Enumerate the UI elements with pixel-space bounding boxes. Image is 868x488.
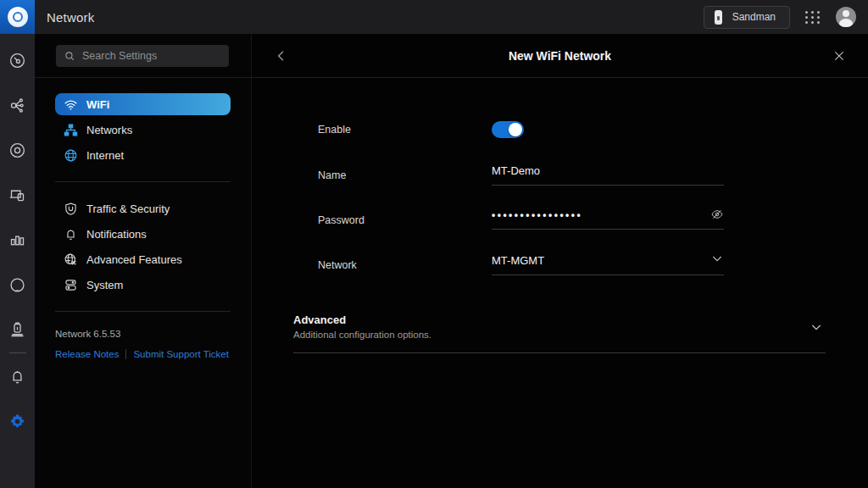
sidebar-item-label: Traffic & Security [86,202,170,215]
release-notes-link[interactable]: Release Notes [55,349,119,359]
topology-icon[interactable] [0,88,35,123]
name-row: Name MT-Demo [318,164,868,186]
networks-icon [64,123,78,137]
sidebar-item-label: Internet [86,149,124,162]
network-select[interactable]: MT-MGMT [492,254,724,275]
console-device-icon [715,10,722,25]
unifi-network-app: Network Sandman [0,0,868,488]
sidebar-links: Release Notes Submit Support Ticket [35,339,251,359]
notifications-bell-icon[interactable] [0,359,35,394]
password-label: Password [318,214,492,226]
bell-icon [64,227,78,241]
rail-divider [9,352,26,353]
name-input[interactable]: MT-Demo [492,164,724,186]
internet-globe-icon [64,148,78,163]
main-panel: New WiFi Network Enable Name MT-Demo [252,34,868,488]
chevron-down-icon[interactable] [710,252,724,265]
sidebar-item-networks[interactable]: Networks [55,119,231,141]
panel-title: New WiFi Network [509,49,611,63]
topbar-right: Sandman [704,6,868,29]
sidebar-item-label: Networks [86,124,132,136]
console-name: Sandman [732,11,776,23]
panel-header: New WiFi Network [252,34,868,78]
enable-row: Enable [318,121,868,138]
sidebar-item-wifi[interactable]: WiFi [55,93,231,115]
shield-icon [64,202,78,216]
link-separator [125,349,126,359]
wifi-form: Enable Name MT-Demo Password •••••••••••… [252,78,868,302]
network-label: Network [318,259,492,271]
sidebar-item-label: Notifications [86,228,147,241]
password-input[interactable]: •••••••••••••••• [492,210,724,230]
system-icon [64,278,78,292]
clients-icon[interactable] [0,178,35,213]
password-row: Password •••••••••••••••• [318,210,868,230]
search-icon [64,51,75,62]
network-row: Network MT-MGMT [318,254,868,275]
enable-toggle[interactable] [492,121,524,138]
name-label: Name [318,169,492,181]
back-chevron-icon[interactable] [275,49,288,63]
search-settings-box[interactable] [56,45,229,67]
sidebar-item-label: System [86,279,123,291]
sidebar-item-label: Advanced Features [86,253,182,266]
sidebar-item-traffic-security[interactable]: Traffic & Security [55,197,231,219]
sidebar-item-system[interactable]: System [55,274,231,296]
unifi-logo[interactable] [0,0,35,34]
enable-label: Enable [318,124,492,136]
settings-gear-icon[interactable] [0,404,35,439]
console-button[interactable]: Sandman [704,6,790,29]
eye-off-icon[interactable] [710,208,724,221]
submit-support-ticket-link[interactable]: Submit Support Ticket [133,349,229,359]
insights-icon[interactable] [0,268,35,302]
hotspot-icon[interactable] [0,313,35,347]
chevron-down-icon[interactable] [810,320,823,334]
version-text: Network 6.5.53 [35,312,251,339]
settings-sidebar: WiFi Networks Internet Traffic & Securit… [35,34,252,488]
apps-grid-icon[interactable] [805,11,821,24]
user-avatar[interactable] [836,7,856,27]
search-settings-input[interactable] [82,50,220,62]
unifi-devices-icon[interactable] [0,133,35,168]
sidebar-item-advanced-features[interactable]: Advanced Features [55,248,231,270]
sidebar-item-notifications[interactable]: Notifications [55,223,231,245]
statistics-icon[interactable] [0,223,35,258]
advanced-title: Advanced [293,313,826,326]
icon-rail [0,34,35,488]
advanced-features-icon [64,252,78,267]
unifi-logo-icon [8,7,28,27]
dashboard-icon[interactable] [0,43,35,78]
sidebar-item-internet[interactable]: Internet [55,144,231,166]
close-icon[interactable] [833,50,845,62]
app-title: Network [47,10,94,25]
advanced-subtitle: Additional configuration options. [293,330,826,340]
top-bar: Network Sandman [0,0,868,34]
sidebar-item-label: WiFi [86,98,109,111]
wifi-icon [64,97,78,112]
advanced-accordion[interactable]: Advanced Additional configuration option… [293,313,826,353]
